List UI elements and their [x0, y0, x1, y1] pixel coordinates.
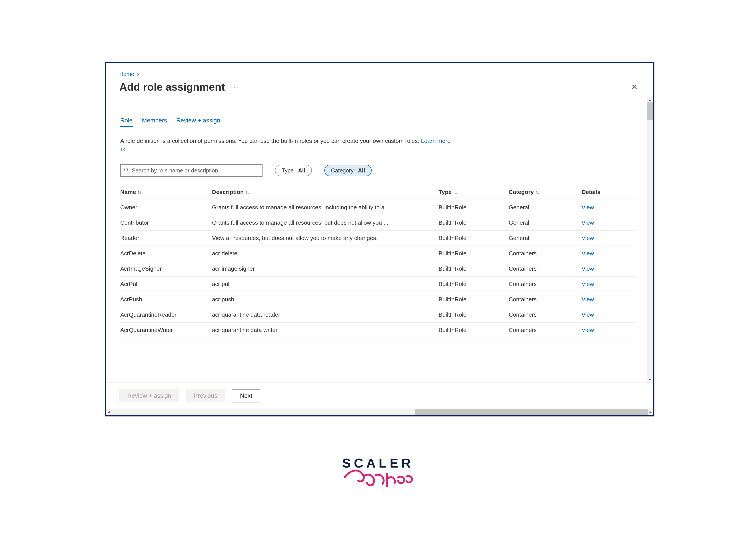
scroll-down-icon[interactable]: ▼	[647, 377, 653, 382]
external-link-icon	[121, 145, 125, 149]
view-details-link[interactable]: View	[582, 204, 594, 211]
cell-type: BuiltInRole	[439, 307, 509, 322]
cell-name: Reader	[120, 231, 212, 246]
view-details-link[interactable]: View	[582, 296, 594, 303]
cell-details: View	[582, 200, 635, 215]
cell-category: General	[509, 215, 582, 231]
cell-type: BuiltInRole	[439, 231, 509, 246]
table-row[interactable]: ContributorGrants full access to manage …	[120, 215, 635, 231]
cell-category: Containers	[509, 261, 582, 276]
table-row[interactable]: AcrQuarantineReaderacr quarantine data r…	[120, 307, 635, 322]
more-actions-button[interactable]: ⋯	[232, 83, 241, 91]
role-search-input[interactable]	[132, 167, 259, 174]
description-body: A role definition is a collection of per…	[120, 138, 419, 144]
chevron-right-icon: ›	[137, 71, 139, 77]
table-row[interactable]: AcrPushacr pushBuiltInRoleContainersView	[120, 292, 635, 307]
cell-description: acr pull	[212, 276, 439, 292]
sort-icon: ↑↓	[137, 189, 141, 195]
cell-category: Containers	[509, 276, 582, 292]
horizontal-scrollbar[interactable]: ◀ ▶	[106, 409, 653, 415]
cell-description: Grants full access to manage all resourc…	[212, 200, 439, 215]
cell-description: acr image signer	[212, 261, 439, 276]
horizontal-scroll-thumb[interactable]	[415, 409, 648, 415]
col-details: Details	[582, 185, 635, 200]
sort-icon: ↑↓	[535, 189, 539, 195]
cell-name: AcrQuarantineReader	[120, 307, 212, 322]
table-row[interactable]: AcrPullacr pullBuiltInRoleContainersView	[120, 276, 635, 292]
close-button[interactable]: ✕	[629, 81, 640, 93]
scroll-right-icon[interactable]: ▶	[648, 409, 653, 415]
cell-description: acr push	[212, 292, 439, 307]
breadcrumb: Home ›	[106, 63, 653, 77]
col-type[interactable]: Type↑↓	[439, 185, 509, 200]
view-details-link[interactable]: View	[582, 250, 594, 257]
scroll-left-icon[interactable]: ◀	[106, 409, 111, 415]
cell-category: Containers	[509, 292, 582, 307]
cell-details: View	[582, 292, 635, 307]
table-header-row: Name↑↓ Description↑↓ Type↑↓ Category↑↓ D…	[120, 185, 635, 200]
filter-category-pill[interactable]: Category : All	[324, 165, 372, 176]
cell-description: acr quarantine data reader	[212, 307, 439, 322]
col-description[interactable]: Description↑↓	[212, 185, 439, 200]
cell-details: View	[582, 215, 635, 231]
cell-type: BuiltInRole	[439, 322, 509, 338]
cell-name: Owner	[120, 200, 212, 215]
cell-details: View	[582, 261, 635, 276]
cell-category: Containers	[509, 307, 582, 322]
col-category[interactable]: Category↑↓	[509, 185, 582, 200]
description-text: A role definition is a collection of per…	[115, 127, 476, 154]
cell-type: BuiltInRole	[439, 261, 509, 276]
filter-type-label: Type :	[282, 167, 297, 174]
table-row[interactable]: ReaderView all resources, but does not a…	[120, 231, 635, 246]
table-row[interactable]: AcrImageSigneracr image signerBuiltInRol…	[120, 261, 635, 276]
vertical-scrollbar[interactable]: ▲ ▼	[647, 97, 653, 382]
sort-icon: ↑↓	[245, 189, 249, 195]
table-row[interactable]: OwnerGrants full access to manage all re…	[120, 200, 635, 215]
cell-details: View	[582, 322, 635, 338]
tab-role[interactable]: Role	[120, 117, 133, 127]
view-details-link[interactable]: View	[582, 281, 594, 287]
page-title: Add role assignment	[119, 81, 225, 93]
cell-category: General	[509, 200, 582, 215]
vertical-scroll-thumb[interactable]	[647, 102, 653, 120]
tab-members[interactable]: Members	[142, 117, 167, 127]
cell-type: BuiltInRole	[439, 292, 509, 307]
cell-type: BuiltInRole	[439, 215, 509, 231]
wizard-footer: Review + assign Previous Next	[106, 382, 653, 409]
previous-button: Previous	[186, 389, 225, 403]
cell-type: BuiltInRole	[439, 276, 509, 292]
cell-name: AcrDelete	[120, 246, 212, 261]
filter-type-value: All	[298, 167, 305, 174]
wizard-tabs: Role Members Review + assign	[115, 117, 653, 127]
view-details-link[interactable]: View	[582, 327, 594, 333]
sort-icon: ↑↓	[453, 189, 456, 195]
view-details-link[interactable]: View	[582, 219, 594, 226]
view-details-link[interactable]: View	[582, 311, 594, 318]
cell-name: AcrQuarantineWriter	[120, 322, 212, 338]
review-assign-button: Review + assign	[119, 389, 179, 403]
col-name[interactable]: Name↑↓	[120, 185, 212, 200]
cell-details: View	[582, 231, 635, 246]
scroll-up-icon[interactable]: ▲	[647, 97, 653, 102]
filter-type-pill[interactable]: Type : All	[275, 165, 312, 176]
view-details-link[interactable]: View	[582, 235, 594, 241]
breadcrumb-home[interactable]: Home	[119, 71, 134, 77]
role-search-box[interactable]	[120, 164, 263, 177]
search-icon	[124, 167, 129, 174]
cell-type: BuiltInRole	[439, 200, 509, 215]
cell-category: Containers	[509, 322, 582, 338]
learn-more-label: Learn more	[421, 138, 451, 144]
filter-category-value: All	[358, 167, 365, 174]
filter-category-label: Category :	[331, 167, 356, 174]
cell-category: General	[509, 231, 582, 246]
tab-review-assign[interactable]: Review + assign	[176, 117, 220, 127]
cell-description: acr quarantine data writer	[212, 322, 439, 338]
table-row[interactable]: AcrQuarantineWriteracr quarantine data w…	[120, 322, 635, 338]
cell-name: Contributor	[120, 215, 212, 231]
view-details-link[interactable]: View	[582, 265, 594, 272]
next-button[interactable]: Next	[232, 389, 260, 403]
cell-description: Grants full access to manage all resourc…	[212, 215, 439, 231]
svg-line-1	[127, 171, 129, 172]
table-row[interactable]: AcrDeleteacr deleteBuiltInRoleContainers…	[120, 246, 635, 261]
cell-name: AcrPull	[120, 276, 212, 292]
